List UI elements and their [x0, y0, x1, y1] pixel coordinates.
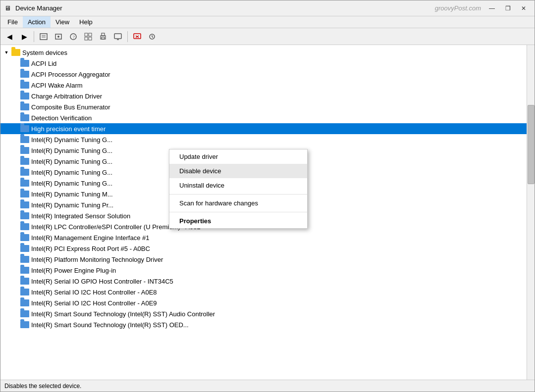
maximize-button[interactable]: ❐: [501, 3, 515, 13]
item-label: Intel(R) Serial IO I2C Host Controller -…: [31, 289, 157, 296]
tree-item[interactable]: Detection Verification: [0, 112, 527, 123]
help-button[interactable]: ?: [66, 30, 80, 44]
ctx-separator: [169, 194, 307, 195]
item-label: Intel(R) Serial IO I2C Host Controller -…: [31, 299, 157, 307]
folder-icon: [20, 71, 29, 78]
item-label: Charge Arbitration Driver: [31, 93, 102, 100]
item-label: High precision event timer: [31, 125, 106, 133]
scan-button[interactable]: [145, 30, 159, 44]
menu-bar: File Action View Help: [0, 16, 535, 28]
folder-icon: [20, 180, 29, 187]
tree-item-selected[interactable]: High precision event timer: [0, 123, 527, 134]
tree-item[interactable]: Intel(R) Smart Sound Technology (Intel(R…: [0, 308, 527, 319]
menu-file[interactable]: File: [2, 16, 23, 28]
tree-root-label: System devices: [22, 49, 67, 56]
menu-help[interactable]: Help: [74, 16, 98, 28]
ctx-uninstall-device[interactable]: Uninstall device: [169, 178, 307, 193]
menu-action[interactable]: Action: [23, 16, 51, 28]
folder-icon: [20, 93, 29, 99]
tree-root-item[interactable]: ▼ System devices: [0, 47, 527, 58]
title-bar: 🖥 Device Manager groovyPost.com — ❐ ✕: [0, 0, 535, 16]
tree-item[interactable]: ACPI Processor Aggregator: [0, 69, 527, 80]
folder-icon: [20, 212, 29, 219]
svg-rect-0: [40, 34, 47, 40]
item-label: Intel(R) Management Engine Interface #1: [31, 234, 149, 242]
tree-item[interactable]: Intel(R) Power Engine Plug-in: [0, 265, 527, 276]
folder-icon: [20, 321, 29, 328]
menu-view[interactable]: View: [51, 16, 74, 28]
tree-item[interactable]: Intel(R) Serial IO GPIO Host Controller …: [0, 276, 527, 287]
item-label: Intel(R) Dynamic Tuning G...: [31, 169, 112, 176]
context-menu: Update driver Disable device Uninstall d…: [169, 149, 308, 229]
content-area: ▼ System devices ACPI Lid ACPI Processor…: [0, 45, 535, 380]
expand-icon: ▼: [2, 49, 10, 56]
svg-rect-7: [85, 33, 88, 36]
folder-icon: [20, 223, 29, 230]
folder-icon: [20, 299, 29, 306]
window-controls: — ❐ ✕: [485, 3, 531, 13]
item-label: Intel(R) Platform Monitoring Technology …: [31, 256, 163, 263]
device-props-button[interactable]: [52, 30, 65, 44]
folder-icon: [20, 310, 29, 317]
scrollbar-track[interactable]: [527, 45, 535, 380]
folder-icon: [20, 191, 29, 197]
folder-icon: [20, 256, 29, 263]
svg-rect-12: [102, 33, 105, 36]
toolbar-separator-2: [127, 31, 128, 42]
ctx-properties[interactable]: Properties: [169, 214, 307, 228]
window-title: Device Manager: [15, 4, 435, 12]
folder-icon: [20, 125, 29, 132]
folder-icon: [20, 147, 29, 154]
toolbar: ◀ ▶ ?: [0, 28, 535, 45]
print-button[interactable]: [96, 30, 110, 44]
folder-icon: [20, 234, 29, 241]
item-label: Intel(R) Serial IO GPIO Host Controller …: [31, 278, 173, 285]
folder-icon-root: [11, 49, 20, 56]
forward-button[interactable]: ▶: [17, 30, 31, 44]
grid-button[interactable]: [81, 30, 95, 44]
svg-point-4: [57, 36, 59, 38]
tree-item[interactable]: Intel(R) Platform Monitoring Technology …: [0, 254, 527, 265]
folder-icon: [20, 245, 29, 252]
tree-item[interactable]: ACPI Wake Alarm: [0, 80, 527, 91]
tree-item[interactable]: Charge Arbitration Driver: [0, 91, 527, 101]
svg-rect-10: [89, 37, 92, 40]
svg-rect-14: [114, 34, 121, 39]
tree-item[interactable]: Intel(R) Management Engine Interface #1: [0, 232, 527, 243]
close-button[interactable]: ✕: [517, 3, 531, 13]
folder-icon: [20, 267, 29, 274]
ctx-disable-device[interactable]: Disable device: [169, 164, 307, 178]
ctx-update-driver[interactable]: Update driver: [169, 149, 307, 164]
back-button[interactable]: ◀: [2, 30, 16, 44]
svg-rect-8: [89, 33, 92, 36]
scrollbar-thumb[interactable]: [528, 105, 535, 184]
item-label: Intel(R) PCI Express Root Port #5 - A0BC: [31, 245, 150, 252]
remove-button[interactable]: [130, 30, 144, 44]
ctx-scan-hardware[interactable]: Scan for hardware changes: [169, 196, 307, 210]
watermark: groovyPost.com: [435, 4, 481, 12]
item-label: Intel(R) Smart Sound Technology (Intel(R…: [31, 321, 189, 329]
tree-item[interactable]: Composite Bus Enumerator: [0, 101, 527, 112]
item-label: Intel(R) Dynamic Tuning G...: [31, 158, 112, 165]
tree-item[interactable]: Intel(R) Serial IO I2C Host Controller -…: [0, 297, 527, 308]
item-label: Intel(R) Power Engine Plug-in: [31, 267, 116, 274]
svg-text:?: ?: [73, 35, 75, 40]
folder-icon: [20, 114, 29, 121]
folder-icon: [20, 103, 29, 110]
item-label: Intel(R) Smart Sound Technology (Intel(R…: [31, 310, 215, 318]
app-icon: 🖥: [4, 4, 12, 12]
minimize-button[interactable]: —: [485, 3, 499, 13]
item-label: Intel(R) Dynamic Tuning M...: [31, 191, 113, 198]
folder-icon: [20, 158, 29, 165]
tree-item[interactable]: ACPI Lid: [0, 58, 527, 69]
item-label: Composite Bus Enumerator: [31, 103, 110, 111]
tree-item[interactable]: Intel(R) Dynamic Tuning G...: [0, 134, 527, 145]
tree-item[interactable]: Intel(R) Serial IO I2C Host Controller -…: [0, 287, 527, 297]
folder-icon: [20, 289, 29, 295]
tree-item[interactable]: Intel(R) Smart Sound Technology (Intel(R…: [0, 319, 527, 330]
tree-item[interactable]: Intel(R) PCI Express Root Port #5 - A0BC: [0, 243, 527, 254]
display-button[interactable]: [111, 30, 125, 44]
item-label: Intel(R) Dynamic Tuning G...: [31, 180, 112, 187]
item-label: ACPI Processor Aggregator: [31, 71, 110, 78]
properties-button[interactable]: [37, 30, 51, 44]
